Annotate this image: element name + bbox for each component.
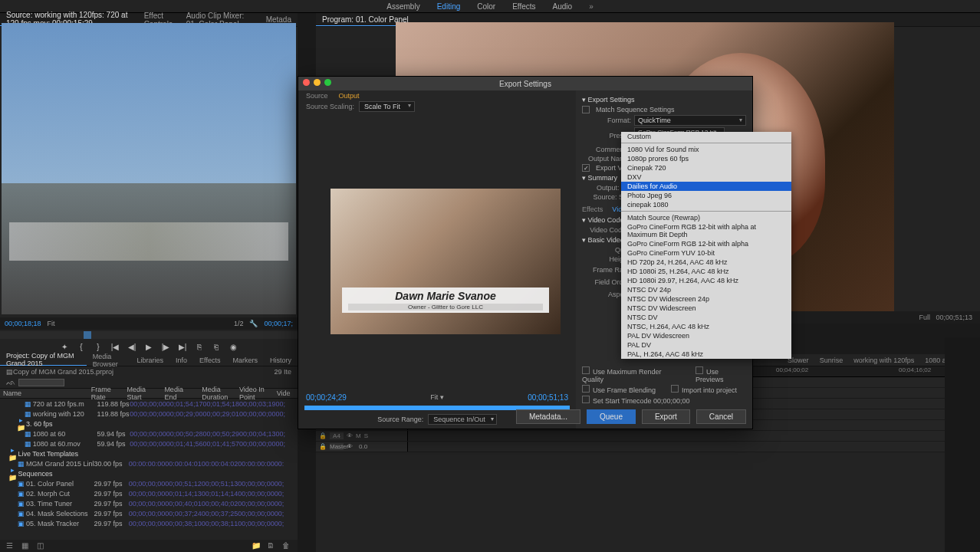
trash-icon[interactable]: 🗑 bbox=[282, 541, 291, 550]
list-view-icon[interactable]: ☰ bbox=[6, 541, 15, 550]
project-row[interactable]: ▣03. Time Tuner29.97 fps00;00;00;0000;00… bbox=[0, 498, 298, 508]
project-row[interactable]: ▦1080 at 60.mov59.94 fps00;00;00;0000;01… bbox=[0, 439, 298, 449]
insert-icon[interactable]: ⎘ bbox=[195, 342, 204, 351]
program-fit[interactable]: Full bbox=[919, 314, 930, 321]
media-browser-tab[interactable]: Media Browser bbox=[87, 354, 131, 366]
wrench-icon[interactable]: 🔧 bbox=[249, 320, 258, 327]
match-sequence-check[interactable] bbox=[582, 106, 590, 113]
export-button[interactable]: Export bbox=[642, 409, 690, 424]
queue-button[interactable]: Queue bbox=[587, 409, 636, 424]
format-select[interactable]: QuickTime bbox=[634, 115, 746, 126]
goto-out-icon[interactable]: ▶| bbox=[178, 342, 187, 351]
export-frame-icon[interactable]: ◉ bbox=[229, 342, 238, 351]
preset-option[interactable]: GoPro CineForm RGB 12-bit with alpha bbox=[621, 239, 791, 248]
col-videoout[interactable]: Vide bbox=[274, 389, 298, 398]
source-playhead[interactable] bbox=[84, 331, 91, 339]
start-tc-check[interactable] bbox=[582, 396, 590, 403]
ws-editing[interactable]: Editing bbox=[437, 2, 461, 11]
preset-option[interactable]: GoPro CineForm RGB 12-bit with alpha at … bbox=[621, 222, 791, 239]
preset-option[interactable]: Photo Jpeg 96 bbox=[621, 191, 791, 200]
close-icon[interactable] bbox=[303, 79, 310, 86]
preset-option[interactable]: NTSC DV bbox=[621, 313, 791, 322]
tl-seq-sunrise[interactable]: Sunrise bbox=[820, 356, 844, 364]
mark-out-icon[interactable]: } bbox=[94, 342, 103, 351]
new-bin-icon[interactable]: 📁 bbox=[252, 541, 261, 550]
mark-in-icon[interactable]: { bbox=[77, 342, 86, 351]
timeline-track[interactable]: 🔒Master👁0.0 bbox=[316, 442, 980, 452]
dialog-titlebar[interactable]: Export Settings bbox=[298, 77, 752, 90]
use-previews-check[interactable] bbox=[696, 366, 703, 374]
project-row[interactable]: ▣04. Mask Selections29.97 fps00;00;00;00… bbox=[0, 508, 298, 518]
step-back-icon[interactable]: ◀| bbox=[127, 342, 136, 351]
preset-option[interactable]: Custom bbox=[621, 132, 791, 141]
filter-icon[interactable]: ᨒ bbox=[6, 378, 15, 387]
project-row[interactable]: ▣01. Color Panel29.97 fps00;00;00;0000;0… bbox=[0, 478, 298, 488]
project-row[interactable]: ▦1080 at 6059.94 fps00;00;00;0000;00;50;… bbox=[0, 429, 298, 439]
export-video-check[interactable]: ✓ bbox=[582, 164, 590, 172]
icon-view-icon[interactable]: ▦ bbox=[21, 541, 31, 550]
preset-dropdown-list[interactable]: Custom1080 Vid for Sound mix1080p prores… bbox=[621, 132, 791, 359]
export-fit-select[interactable]: Fit bbox=[430, 393, 438, 401]
start-tc-value[interactable]: 00;00;00;00 bbox=[653, 397, 690, 405]
freeform-icon[interactable]: ◫ bbox=[37, 541, 46, 550]
col-videoin[interactable]: Video In Point bbox=[236, 389, 274, 398]
col-mediastart[interactable]: Media Start bbox=[124, 389, 162, 398]
play-icon[interactable]: ▶ bbox=[144, 342, 153, 351]
preset-option[interactable]: NTSC DV Widescreen 24p bbox=[621, 294, 791, 304]
import-project-check[interactable] bbox=[671, 385, 679, 393]
preset-option[interactable]: HD 720p 24, H.264, AAC 48 kHz bbox=[621, 258, 791, 267]
source-fit-select[interactable]: Fit bbox=[48, 320, 55, 327]
ws-more-icon[interactable]: » bbox=[589, 2, 594, 11]
source-video-preview[interactable] bbox=[2, 23, 296, 314]
frame-blend-check[interactable] bbox=[582, 385, 590, 393]
libraries-tab[interactable]: Libraries bbox=[131, 354, 170, 366]
preset-option[interactable]: DXV bbox=[621, 172, 791, 182]
project-row[interactable]: ▣05. Mask Tracker29.97 fps00;00;00;0000;… bbox=[0, 518, 298, 528]
ws-effects[interactable]: Effects bbox=[512, 2, 535, 11]
preset-option[interactable]: HD 1080i 25, H.264, AAC 48 kHz bbox=[621, 267, 791, 276]
col-mediaduration[interactable]: Media Duration bbox=[199, 389, 236, 398]
preset-option[interactable]: Match Source (Rewrap) bbox=[621, 213, 791, 222]
fx-tab[interactable]: Effects bbox=[582, 205, 603, 213]
info-tab[interactable]: Info bbox=[169, 354, 193, 366]
search-field[interactable] bbox=[18, 379, 64, 386]
ws-assembly[interactable]: Assembly bbox=[386, 2, 419, 11]
project-row[interactable]: ▣02. Morph Cut29.97 fps00;00;00;0000;01;… bbox=[0, 488, 298, 498]
project-row[interactable]: ▸ 📁Sequences bbox=[0, 468, 298, 478]
zoom-icon[interactable] bbox=[324, 79, 331, 86]
col-framerate[interactable]: Frame Rate bbox=[88, 389, 124, 398]
source-range-select[interactable]: Sequence In/Out bbox=[428, 414, 497, 425]
timeline-track[interactable]: 🔒A4👁MS bbox=[316, 431, 980, 442]
new-item-icon[interactable]: 🗎 bbox=[267, 541, 276, 550]
preset-option[interactable]: HD 1080i 29.97, H.264, AAC 48 kHz bbox=[621, 276, 791, 285]
cancel-button[interactable]: Cancel bbox=[696, 409, 746, 424]
source-scaling-select[interactable]: Scale To Fit bbox=[359, 101, 415, 112]
step-fwd-icon[interactable]: |▶ bbox=[161, 342, 170, 351]
goto-in-icon[interactable]: |◀ bbox=[110, 342, 120, 351]
preset-option[interactable]: GoPro CineForm YUV 10-bit bbox=[621, 248, 791, 258]
markers-tab[interactable]: Markers bbox=[226, 354, 264, 366]
preset-option[interactable]: Dailies for Audio bbox=[621, 182, 791, 191]
preset-option[interactable]: Cinepak 720 bbox=[621, 163, 791, 172]
project-tab[interactable]: Project: Copy of MGM Grand 2015 bbox=[0, 354, 87, 366]
preset-option[interactable]: 1080 Vid for Sound mix bbox=[621, 145, 791, 154]
effects-tab[interactable]: Effects bbox=[193, 354, 226, 366]
tl-seq-120fps[interactable]: working with 120fps bbox=[853, 356, 914, 364]
preview-tab-output[interactable]: Output bbox=[339, 92, 360, 100]
history-tab[interactable]: History bbox=[264, 354, 298, 366]
preset-option[interactable]: PAL, H.264, AAC 48 kHz bbox=[621, 350, 791, 359]
preset-option[interactable]: NTSC DV 24p bbox=[621, 285, 791, 294]
project-row[interactable]: ▦working with 120119.88 fps00;00;00;0000… bbox=[0, 409, 298, 419]
metadata-button[interactable]: Metadata... bbox=[516, 409, 580, 424]
minimize-icon[interactable] bbox=[314, 79, 321, 86]
project-row[interactable]: ▦MGM Grand 2015 Linked30.00 fps00:00:00:… bbox=[0, 458, 298, 468]
preview-tab-source[interactable]: Source bbox=[306, 92, 328, 100]
preset-option[interactable]: PAL DV Widescreen bbox=[621, 331, 791, 340]
project-row[interactable]: ▸ 📁Live Text Templates bbox=[0, 449, 298, 458]
ws-audio[interactable]: Audio bbox=[553, 2, 573, 11]
preset-option[interactable]: PAL DV bbox=[621, 340, 791, 350]
preset-option[interactable]: cinepak 1080 bbox=[621, 200, 791, 209]
col-name[interactable]: Name bbox=[0, 389, 88, 398]
preset-option[interactable]: NTSC DV Widescreen bbox=[621, 304, 791, 313]
preset-option[interactable]: NTSC, H.264, AAC 48 kHz bbox=[621, 322, 791, 331]
